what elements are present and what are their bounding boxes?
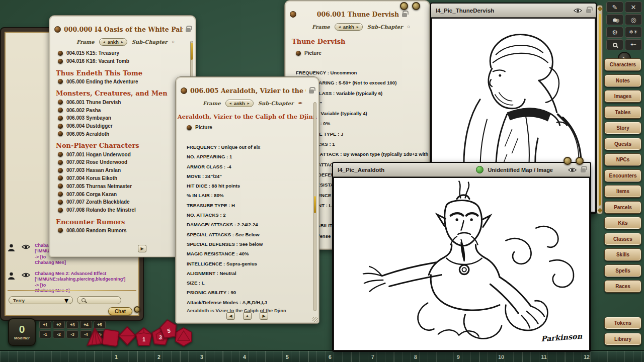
prev-arrow-icon[interactable]: ◂ [103, 40, 105, 44]
sidebar-button[interactable]: Notes [604, 74, 641, 87]
chat-dial-knob[interactable] [134, 306, 140, 313]
toc-row[interactable]: 007.002 Rose Underwood [49, 158, 196, 166]
entry-bullet-icon[interactable] [58, 168, 63, 173]
entry-bullet-icon[interactable] [58, 192, 63, 197]
toc-text[interactable]: 006.001 Thune Dervish [66, 100, 121, 105]
toc-text[interactable]: Thus Endeth This Tome [56, 69, 142, 77]
toc-row[interactable]: 007.008 Rolando the Minstrel [49, 206, 196, 214]
entry-bullet-icon[interactable] [58, 51, 63, 56]
zoom-icon[interactable] [606, 39, 623, 50]
scrollbar-thumb[interactable] [314, 196, 316, 213]
next-arrow-icon[interactable]: ▸ [357, 25, 359, 29]
window-titlebar[interactable]: 006.001 Thune Dervish [285, 1, 430, 22]
sidebar-button[interactable]: Items [604, 185, 641, 198]
modifier-box[interactable]: 0 Modifier [8, 318, 36, 346]
toc-row[interactable]: 007.003 Hassan Arslan [49, 166, 196, 174]
window-titlebar[interactable]: 000.000 I4 Oasis of the White Palm (I [49, 16, 196, 37]
entry-bullet-icon[interactable] [58, 175, 63, 180]
frame-cycler[interactable]: ◂ ankh ▸ [225, 100, 254, 107]
sidebar-button[interactable]: NPCs [604, 153, 641, 166]
radio-icon[interactable]: ○ [407, 25, 410, 29]
toc-text[interactable]: 005.000 Ending the Adventure [66, 79, 138, 84]
toc-text[interactable]: 007.007 Zorath Blackblade [66, 199, 130, 205]
toc-text[interactable]: 007.005 Thurnas Netmaster [66, 184, 132, 189]
toc-text[interactable]: 004.015 K15: Treasury [66, 50, 119, 56]
toc-row[interactable]: 004.015 K15: Treasury [49, 49, 196, 57]
hotkey-slot[interactable]: 7 [351, 351, 394, 362]
dial-knob[interactable] [576, 157, 584, 165]
hotkey-slot[interactable]: 11 [522, 351, 565, 362]
sidebar-button[interactable]: Tokens [604, 317, 641, 329]
modifier-plus-button[interactable]: +3 [66, 321, 78, 329]
hotkey-slot[interactable]: 5 [266, 351, 308, 362]
prev-arrow-icon[interactable]: ◂ [229, 102, 231, 106]
sidebar-button[interactable]: Races [604, 280, 641, 293]
party-icon[interactable]: ☻ [606, 14, 623, 25]
eye-icon[interactable] [574, 8, 582, 14]
pin-icon[interactable] [54, 26, 61, 33]
next-arrow-icon[interactable]: ▸ [248, 102, 250, 106]
dial-knob[interactable] [412, 2, 420, 10]
entry-bullet-icon[interactable] [58, 124, 63, 129]
quill-icon[interactable]: ✒ [298, 101, 302, 106]
entry-bullet-icon[interactable] [58, 228, 63, 233]
resize-grip[interactable] [312, 317, 318, 322]
sidebar-button[interactable]: Library [604, 333, 641, 345]
toc-row[interactable]: 007.001 Hogan Underwood [49, 150, 196, 158]
modifier-minus-button[interactable]: -1 [39, 330, 51, 338]
toc-text[interactable]: 007.006 Corga Kazan [66, 192, 117, 197]
sidebar-button[interactable]: Quests [604, 138, 641, 150]
toc-text[interactable]: 007.008 Rolando the Minstrel [66, 207, 136, 213]
prev-arrow-icon[interactable]: ◂ [339, 25, 341, 29]
toc-text[interactable]: 006.005 Aeraldoth [66, 131, 109, 137]
ring-icon[interactable]: ◎ [625, 14, 642, 25]
sidebar-button[interactable]: Skills [604, 248, 641, 261]
toc-row[interactable]: 007.007 Zorath Blackblade [49, 198, 196, 206]
modifier-minus-button[interactable]: -3 [66, 330, 78, 338]
hotkey-slot[interactable]: 1 [95, 351, 137, 362]
lock-icon[interactable] [581, 168, 586, 172]
scrollbar[interactable] [313, 102, 316, 311]
lighting-icon[interactable]: ❄☀ [625, 27, 642, 38]
chat-filter[interactable] [77, 296, 121, 304]
toc-row[interactable]: Thus Endeth This Tome [49, 65, 196, 78]
sidebar-button[interactable]: Encounters [604, 169, 641, 182]
sidebar-button[interactable]: Images [604, 90, 641, 103]
toc-row[interactable]: 006.002 Pasha [49, 106, 196, 114]
entry-bullet-icon[interactable] [58, 116, 63, 121]
image-canvas[interactable]: Parkinson [334, 178, 589, 350]
unidentified-badge-icon[interactable] [476, 166, 484, 173]
frame-cycler[interactable]: ◂ ankh ▸ [335, 23, 363, 31]
next-arrow-icon[interactable]: ▸ [121, 40, 123, 44]
hotkey-slot[interactable]: 12 [565, 351, 608, 362]
toc-text[interactable]: 008.000 Random Rumors [66, 228, 127, 233]
eye-icon[interactable] [568, 167, 577, 173]
scroll-rod[interactable] [599, 14, 601, 206]
entry-bullet-icon[interactable] [58, 208, 63, 213]
toc-text[interactable]: 007.001 Hogan Underwood [66, 152, 131, 157]
toc-text[interactable]: Encounter Rumors [56, 218, 125, 226]
image-scroll-strip[interactable] [597, 5, 603, 214]
plus-minus-icon[interactable]: +− [625, 39, 642, 50]
lock-icon[interactable] [186, 28, 191, 32]
hotkey-slot[interactable]: 9 [437, 351, 479, 362]
toc-text[interactable]: 006.003 Symbayan [66, 115, 111, 121]
eye-icon[interactable] [22, 272, 30, 278]
hotkey-slot[interactable]: 6 [308, 351, 351, 362]
toc-row[interactable]: 006.001 Thune Dervish [49, 98, 196, 106]
entry-bullet-icon[interactable] [58, 79, 63, 84]
picture-link[interactable]: Picture [296, 50, 321, 56]
entry-bullet-icon[interactable] [58, 184, 63, 189]
hotkey-slot[interactable]: 2 [137, 351, 180, 362]
hotkey-slot[interactable]: 4 [223, 351, 266, 362]
entry-bullet-icon[interactable] [58, 131, 63, 136]
frame-cycler[interactable]: ◂ ankh ▸ [99, 38, 127, 46]
eye-icon[interactable] [22, 244, 30, 250]
story-window-white-palm[interactable]: 000.000 I4 Oasis of the White Palm (I Fr… [49, 15, 196, 257]
sidebar-button[interactable]: Kits [604, 217, 641, 229]
toc-text[interactable]: Non-Player Characters [56, 142, 139, 149]
picture-link[interactable]: Picture [187, 125, 212, 130]
draw-icon[interactable]: ✎ [606, 2, 623, 13]
sidebar-button[interactable]: Parcels [604, 201, 641, 214]
lock-icon[interactable] [309, 89, 314, 94]
